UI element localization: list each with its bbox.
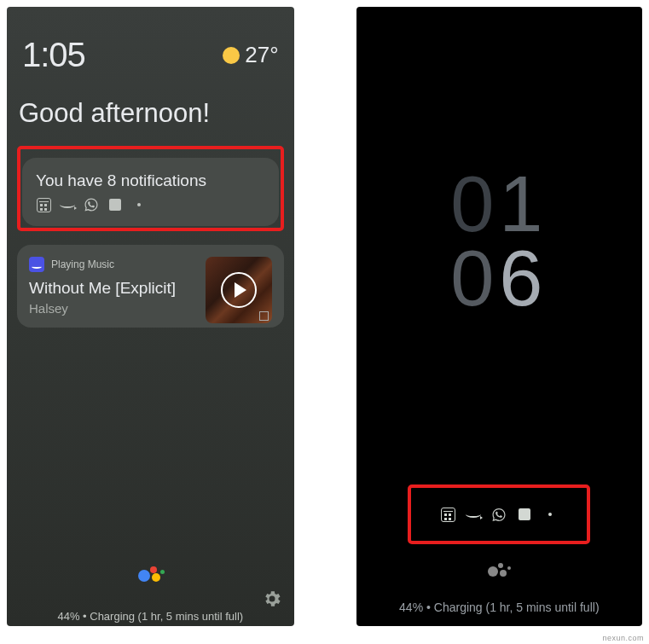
calendar-icon — [440, 507, 455, 522]
notifications-card[interactable]: You have 8 notifications — [22, 158, 279, 226]
status-row: 1:05 27° — [17, 17, 284, 74]
app-icon — [107, 197, 123, 212]
aod-hour: 01 — [450, 167, 548, 241]
music-card[interactable]: Playing Music Without Me [Explicit] Hals… — [17, 245, 284, 328]
weather-widget[interactable]: 27° — [223, 42, 278, 68]
lock-screen-phone: 1:05 27° Good afternoon! You have 8 noti… — [7, 7, 294, 626]
play-button[interactable] — [221, 272, 257, 308]
screenshot-comparison: 1:05 27° Good afternoon! You have 8 noti… — [0, 0, 649, 633]
highlight-annotation-aod — [408, 484, 590, 544]
album-art — [206, 257, 272, 323]
watermark: nexun.com — [602, 634, 644, 642]
aod-minute: 06 — [450, 241, 548, 316]
aod-charging-status: 44% • Charging (1 hr, 5 mins until full) — [399, 600, 599, 614]
notification-icons-row — [36, 197, 265, 212]
aod-clock: 01 06 — [450, 167, 548, 316]
app-icon — [517, 507, 532, 522]
greeting-text: Good afternoon! — [17, 74, 284, 146]
notifications-title: You have 8 notifications — [36, 171, 265, 190]
charging-status: 44% • Charging (1 hr, 5 mins until full) — [57, 610, 243, 623]
play-icon — [235, 282, 246, 298]
amazon-music-icon — [29, 257, 44, 272]
aod-screen-phone: 01 06 44% • Charging (1 hr, 5 mins until… — [356, 7, 642, 626]
google-assistant-icon[interactable] — [138, 565, 162, 589]
overflow-dot-icon — [131, 197, 147, 212]
overflow-dot-icon — [542, 507, 558, 522]
amazon-icon — [466, 507, 481, 522]
google-assistant-icon[interactable] — [488, 563, 510, 580]
settings-gear-icon[interactable] — [262, 589, 282, 609]
music-provider-label: Playing Music — [51, 258, 114, 270]
calendar-icon — [36, 197, 51, 212]
whatsapp-icon — [491, 507, 507, 522]
whatsapp-icon — [84, 197, 99, 212]
sun-icon — [223, 47, 240, 64]
lock-clock: 1:05 — [22, 36, 85, 74]
highlight-annotation: You have 8 notifications — [17, 146, 284, 231]
temperature-value: 27° — [245, 42, 278, 68]
amazon-icon — [60, 197, 75, 212]
